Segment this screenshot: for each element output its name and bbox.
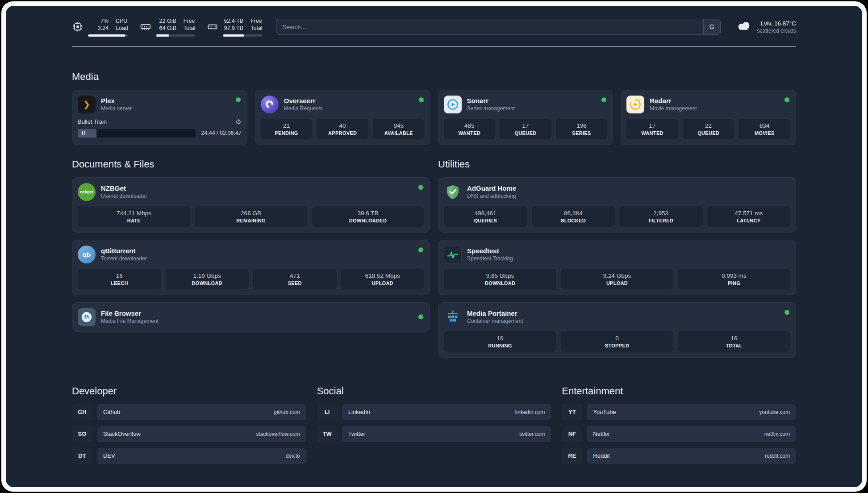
stat-tile: 945 AVAILABLE <box>373 119 425 139</box>
bookmark-name: DEV <box>103 452 115 459</box>
stat-tile: 498,461 QUERIES <box>444 206 527 227</box>
plex-card[interactable]: ❯ Plex Media server Bullet Train ⚙ <box>72 90 247 145</box>
app-name: NZBGet <box>101 184 147 192</box>
stat-label: LATENCY <box>709 218 789 223</box>
bookmark-url: reddit.com <box>765 453 790 459</box>
adguard-icon <box>444 183 462 201</box>
bookmark-link-netflix[interactable]: Netflix netflix.com <box>587 426 796 442</box>
stat-tile: 16 RUNNING <box>444 331 556 352</box>
stat-label: DOWNLOADED <box>313 218 422 223</box>
sonarr-card[interactable]: Sonarr Series management 485 WANTED 17 Q… <box>438 90 613 145</box>
stat-label: QUEUED <box>501 130 550 136</box>
bookmark-link-stackoverflow[interactable]: StackOverflow stackoverflow.com <box>97 426 306 442</box>
stat-tile: 17 QUEUED <box>500 119 551 139</box>
app-name: File Browser <box>101 309 159 317</box>
stat-value: 1.19 Gbps <box>167 272 247 279</box>
top-bar: 7% 3.24 CPU Load <box>72 17 796 37</box>
bookmark-url: stackoverflow.com <box>256 431 300 437</box>
cpu-icon <box>72 21 83 33</box>
stat-value: 834 <box>740 122 789 129</box>
bookmark-name: Netflix <box>593 430 609 437</box>
stat-label: DOWNLOAD <box>446 280 555 286</box>
stat-tile: 17 WANTED <box>626 119 678 139</box>
status-dot <box>785 97 789 102</box>
app-name: Speedtest <box>467 247 513 255</box>
stat-value: 40 <box>318 122 367 129</box>
filebrowser-icon <box>78 308 96 326</box>
bookmark-link-linkedin[interactable]: LinkedIn linkedin.com <box>342 404 551 420</box>
stat-tile: 266 GB REMAINING <box>195 206 307 227</box>
stat-tile: 9.24 Gbps UPLOAD <box>561 269 673 289</box>
weather-widget[interactable]: Lviv, 16.87°C scattered clouds <box>735 17 796 36</box>
app-subtitle: Media server <box>101 105 132 112</box>
nzbget-card[interactable]: nzbget NZBGet Usenet downloader 744.21 M… <box>72 177 430 233</box>
bookmark-link-reddit[interactable]: Reddit reddit.com <box>587 448 796 464</box>
stat-value: 9.24 Gbps <box>563 272 672 279</box>
stat-label: AVAILABLE <box>375 130 423 136</box>
app-name: Plex <box>101 97 132 104</box>
bookmark-name: LinkedIn <box>348 409 370 415</box>
stat-label: TOTAL <box>680 343 789 348</box>
filebrowser-card[interactable]: File Browser Media File Management <box>72 302 430 332</box>
search-input[interactable] <box>276 19 721 35</box>
status-dot <box>418 247 423 252</box>
adguard-card[interactable]: AdGuard Home DNS and adblocking 498,461 … <box>438 177 796 233</box>
search-engine-button[interactable]: G <box>703 19 720 34</box>
stat-value: 16 <box>680 335 789 342</box>
ram-free-value: 22 GiB <box>156 17 176 25</box>
bookmark-link-twitter[interactable]: Twitter twitter.com <box>342 426 551 442</box>
stat-value: 21 <box>263 122 311 129</box>
stat-label: LEECH <box>79 280 159 286</box>
stat-label: RATE <box>79 218 188 223</box>
cpu-load-value: 3.24 <box>88 25 108 32</box>
stat-tile: 9.65 Gbps DOWNLOAD <box>444 269 556 289</box>
disk-free-label: Free <box>250 17 262 25</box>
bookmark-name: StackOverflow <box>103 430 141 437</box>
status-dot <box>418 314 423 319</box>
stat-value: 17 <box>501 122 550 129</box>
bookmark-link-youtube[interactable]: YouTube youtube.com <box>587 404 796 420</box>
cpu-usage-percent: 7% <box>88 17 108 25</box>
bookmark-row: RE Reddit reddit.com <box>562 448 796 464</box>
bookmark-url: dev.to <box>286 453 300 459</box>
bookmark-link-github[interactable]: Github github.com <box>97 404 306 420</box>
weather-condition: scattered clouds <box>757 28 796 34</box>
stat-tile: 834 MOVIES <box>739 119 790 139</box>
section-title-media: Media <box>72 71 796 83</box>
speedtest-card[interactable]: Speedtest Speedtest Tracking 9.65 Gbps D… <box>438 240 796 295</box>
section-title-developer: Developer <box>72 385 306 397</box>
sonarr-icon <box>444 96 462 113</box>
stat-tile: 47.571 ms LATENCY <box>707 206 791 227</box>
stat-value: 86,384 <box>534 210 613 217</box>
nzbget-icon: nzbget <box>78 183 96 201</box>
section-title-entertainment: Entertainment <box>562 385 796 397</box>
stat-label: WANTED <box>628 130 676 136</box>
stat-tile: 86,384 BLOCKED <box>532 206 615 227</box>
stat-label: BLOCKED <box>534 218 613 223</box>
stat-tile: 196 SERIES <box>556 119 608 139</box>
bookmark-abbr: RE <box>562 448 582 464</box>
stat-label: QUEUED <box>684 130 733 136</box>
disk-total-value: 97.9 TB <box>223 25 243 32</box>
qbittorrent-card[interactable]: qb qBittorrent Torrent downloader 16 LEE… <box>72 240 430 295</box>
app-name: AdGuard Home <box>467 184 516 192</box>
bookmark-url: twitter.com <box>519 431 545 437</box>
gear-icon[interactable]: ⚙ <box>235 118 241 126</box>
overseerr-card[interactable]: Overseerr Media Requests 21 PENDING 40 A… <box>255 90 430 145</box>
overseerr-icon <box>261 96 279 113</box>
bookmark-abbr: GH <box>72 404 92 420</box>
portainer-card[interactable]: Media Portainer Container management 16 … <box>438 302 796 358</box>
stat-label: UPLOAD <box>343 280 423 286</box>
bookmark-link-dev[interactable]: DEV dev.to <box>97 448 306 464</box>
bookmark-url: linkedin.com <box>515 409 545 415</box>
ram-monitor: 22 GiB 64 GiB Free Total <box>140 17 195 37</box>
disk-free-value: 52.4 TB <box>223 17 243 25</box>
app-name: Overseerr <box>284 97 323 104</box>
radarr-card[interactable]: Radarr Movie management 17 WANTED 22 QUE… <box>621 90 796 145</box>
stat-value: 485 <box>446 122 494 129</box>
status-dot <box>418 185 423 190</box>
bookmark-name: Reddit <box>593 452 610 459</box>
playback-progress-bar[interactable] <box>78 129 196 138</box>
app-subtitle: Series management <box>467 105 515 112</box>
stat-label: SERIES <box>558 130 606 136</box>
